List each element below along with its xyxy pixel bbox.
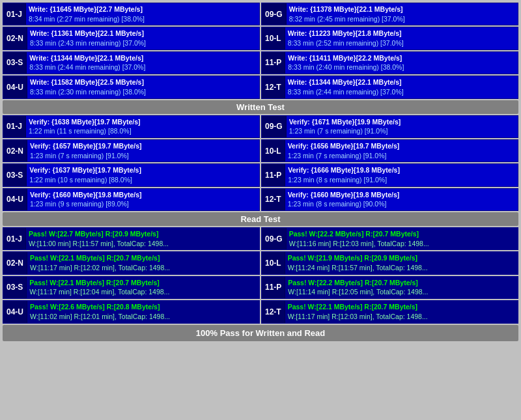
drive-03s-read-line2: W:[11:17 min] R:[12:04 min], TotalCap: 1… — [29, 287, 257, 297]
drive-01j-line1: Write: {11645 MByte}[22.7 MByte/s] — [29, 5, 257, 14]
verify-section: 01-J Verify: {1638 MByte}[19.7 MByte/s] … — [3, 115, 518, 212]
drive-01j-read-label: 01-J — [3, 228, 26, 249]
drive-09g-verify-line1: Verify: {1671 MByte}[19.9 MByte/s] — [289, 117, 515, 127]
drive-04u-label: 04-U — [3, 76, 27, 98]
drive-11p-write: 11-P Write: {11411 MByte}[22.2 MByte/s] … — [261, 51, 518, 74]
drive-10l-verify-line2: 1:23 min (7 s remaining) [91.0%] — [288, 151, 515, 161]
write-left-col: 01-J Write: {11645 MByte}[22.7 MByte/s] … — [3, 3, 260, 25]
drive-09g-line1: Write: {11378 MByte}[22.1 MByte/s] — [289, 5, 515, 14]
drive-12t-info: Write: {11344 MByte}[22.1 MByte/s] 8:33 … — [285, 76, 518, 98]
drive-04u-verify: 04-U Verify: {1660 MByte}[19.8 MByte/s] … — [3, 188, 260, 211]
drive-12t-verify-label: 12-T — [262, 189, 285, 210]
drive-01j-read-info: Pass! W:[22.7 MByte/s] R:[20.9 MByte/s] … — [26, 228, 259, 249]
drive-12t-write: 12-T Write: {11344 MByte}[22.1 MByte/s] … — [261, 76, 518, 98]
drive-11p-read-line2: W:[11:14 min] R:[12:05 min], TotalCap: 1… — [288, 287, 515, 297]
drive-03s-read-line1: Pass! W:[22.1 MByte/s] R:[20.7 MByte/s] — [29, 278, 257, 288]
drive-04u-verify-line1: Verify: {1660 MByte}[19.8 MByte/s] — [30, 190, 257, 200]
drive-01j-verify-line2: 1:22 min (11 s remaining) [88.0%] — [29, 126, 257, 136]
drive-01j-read-line2: W:[11:00 min] R:[11:57 min], TotalCap: 1… — [29, 239, 257, 249]
write-left-col-3: 03-S Write: {11344 MByte}[22.1 MByte/s] … — [3, 51, 260, 74]
drive-03s-verify-line1: Verify: {1637 MByte}[19.7 MByte/s] — [29, 165, 257, 175]
drive-04u-info: Write: {11582 MByte}[22.5 MByte/s] 8:33 … — [27, 76, 259, 98]
drive-10l-verify-info: Verify: {1656 MByte}[19.7 MByte/s] 1:23 … — [285, 140, 518, 161]
drive-03s-read-info: Pass! W:[22.1 MByte/s] R:[20.7 MByte/s] … — [27, 277, 259, 298]
drive-02n-read-label: 02-N — [3, 252, 27, 273]
verify-left-col-4: 04-U Verify: {1660 MByte}[19.8 MByte/s] … — [3, 188, 260, 211]
drive-09g-verify-label: 09-G — [262, 116, 287, 137]
verify-right-col-1: 09-G Verify: {1671 MByte}[19.9 MByte/s] … — [261, 115, 518, 138]
write-left-col-4: 04-U Write: {11582 MByte}[22.5 MByte/s] … — [3, 76, 260, 98]
drive-10l-read-line1: Pass! W:[21.9 MByte/s] R:[20.9 MByte/s] — [288, 253, 515, 263]
main-container: 01-J Write: {11645 MByte}[22.7 MByte/s] … — [0, 0, 521, 344]
write-right-col: 09-G Write: {11378 MByte}[22.1 MByte/s] … — [261, 3, 518, 25]
drive-03s-info: Write: {11344 MByte}[22.1 MByte/s] 8:33 … — [27, 52, 259, 74]
drive-11p-verify-info: Verify: {1666 MByte}[19.8 MByte/s] 1:23 … — [285, 164, 518, 186]
read-section: 01-J Pass! W:[22.7 MByte/s] R:[20.9 MByt… — [3, 227, 518, 324]
drive-04u-read-label: 04-U — [3, 301, 27, 322]
drive-12t-verify-info: Verify: {1660 MByte}[19.8 MByte/s] 1:23 … — [285, 189, 518, 210]
drive-12t-read-line2: W:[11:17 min] R:[12:03 min], TotalCap: 1… — [288, 312, 515, 322]
drive-09g-verify-info: Verify: {1671 MByte}[19.9 MByte/s] 1:23 … — [287, 116, 518, 137]
drive-02n-verify-line1: Verify: {1657 MByte}[19.7 MByte/s] — [30, 141, 257, 151]
drive-01j-info: Write: {11645 MByte}[22.7 MByte/s] 8:34 … — [26, 3, 259, 25]
drive-09g-verify: 09-G Verify: {1671 MByte}[19.9 MByte/s] … — [261, 115, 518, 138]
drive-04u-line1: Write: {11582 MByte}[22.5 MByte/s] — [30, 77, 257, 87]
drive-10l-read: 10-L Pass! W:[21.9 MByte/s] R:[20.9 MByt… — [261, 251, 518, 274]
drive-02n-read-info: Pass! W:[22.1 MByte/s] R:[20.7 MByte/s] … — [27, 252, 259, 273]
drive-02n-verify-info: Verify: {1657 MByte}[19.7 MByte/s] 1:23 … — [27, 140, 259, 161]
drive-01j-write: 01-J Write: {11645 MByte}[22.7 MByte/s] … — [3, 3, 260, 25]
drive-12t-verify: 12-T Verify: {1660 MByte}[19.8 MByte/s] … — [261, 188, 518, 211]
drive-02n-read-line1: Pass! W:[22.1 MByte/s] R:[20.7 MByte/s] — [30, 253, 257, 263]
drive-09g-line2: 8:32 min (2:45 min remaining) [37.0%] — [289, 14, 515, 24]
drive-02n-read: 02-N Pass! W:[22.1 MByte/s] R:[20.7 MByt… — [3, 251, 260, 274]
drive-01j-verify-info: Verify: {1638 MByte}[19.7 MByte/s] 1:22 … — [26, 116, 259, 137]
drive-02n-info: Write: {11361 MByte}[22.1 MByte/s] 8:33 … — [27, 27, 259, 49]
read-right-col-1: 09-G Pass! W:[22.2 MByte/s] R:[20.7 MByt… — [261, 227, 518, 250]
drive-12t-line2: 8:33 min (2:44 min remaining) [37.0%] — [288, 87, 515, 97]
drive-10l-verify: 10-L Verify: {1656 MByte}[19.7 MByte/s] … — [261, 139, 518, 162]
drive-01j-read: 01-J Pass! W:[22.7 MByte/s] R:[20.9 MByt… — [3, 227, 260, 250]
drive-02n-read-line2: W:[11:17 min] R:[12:02 min], TotalCap: 1… — [30, 263, 257, 273]
write-right-col-2: 10-L Write: {11223 MByte}[21.8 MByte/s] … — [261, 27, 518, 49]
drive-03s-read: 03-S Pass! W:[22.1 MByte/s] R:[20.7 MByt… — [3, 276, 260, 299]
drive-09g-write: 09-G Write: {11378 MByte}[22.1 MByte/s] … — [261, 3, 518, 25]
verify-left-col-3: 03-S Verify: {1637 MByte}[19.7 MByte/s] … — [3, 163, 260, 186]
written-test-header: Written Test — [3, 100, 518, 114]
drive-09g-read: 09-G Pass! W:[22.2 MByte/s] R:[20.7 MByt… — [261, 227, 518, 250]
verify-left-col-2: 02-N Verify: {1657 MByte}[19.7 MByte/s] … — [3, 139, 260, 162]
drive-11p-info: Write: {11411 MByte}[22.2 MByte/s] 8:33 … — [285, 52, 518, 74]
write-left-col-2: 02-N Write: {11361 MByte}[22.1 MByte/s] … — [3, 27, 260, 49]
drive-02n-verify-label: 02-N — [3, 140, 27, 161]
drive-10l-read-info: Pass! W:[21.9 MByte/s] R:[20.9 MByte/s] … — [285, 252, 518, 273]
drive-04u-read: 04-U Pass! W:[22.6 MByte/s] R:[20.8 MByt… — [3, 300, 260, 323]
drive-10l-verify-line1: Verify: {1656 MByte}[19.7 MByte/s] — [288, 141, 515, 151]
drive-11p-read-info: Pass! W:[22.2 MByte/s] R:[20.7 MByte/s] … — [285, 277, 518, 298]
drive-11p-verify-label: 11-P — [262, 164, 285, 186]
drive-11p-verify-line1: Verify: {1666 MByte}[19.8 MByte/s] — [288, 165, 515, 175]
read-left-col-1: 01-J Pass! W:[22.7 MByte/s] R:[20.9 MByt… — [3, 227, 260, 250]
drive-12t-read-label: 12-T — [262, 301, 285, 322]
drive-10l-read-label: 10-L — [262, 252, 285, 273]
drive-10l-read-line2: W:[11:24 min] R:[11:57 min], TotalCap: 1… — [288, 263, 515, 273]
drive-04u-verify-label: 04-U — [3, 189, 27, 210]
verify-right-col-2: 10-L Verify: {1656 MByte}[19.7 MByte/s] … — [261, 139, 518, 162]
drive-10l-line2: 8:33 min (2:52 min remaining) [37.0%] — [288, 38, 515, 48]
drive-09g-read-line2: W:[11:16 min] R:[12:03 min], TotalCap: 1… — [289, 239, 515, 249]
verify-right-col-4: 12-T Verify: {1660 MByte}[19.8 MByte/s] … — [261, 188, 518, 211]
drive-03s-label: 03-S — [3, 52, 27, 74]
write-right-col-3: 11-P Write: {11411 MByte}[22.2 MByte/s] … — [261, 51, 518, 74]
drive-09g-read-info: Pass! W:[22.2 MByte/s] R:[20.7 MByte/s] … — [287, 228, 518, 249]
drive-03s-read-label: 03-S — [3, 277, 27, 298]
drive-10l-label: 10-L — [262, 27, 285, 49]
drive-04u-line2: 8:33 min (2:30 min remaining) [38.0%] — [30, 87, 257, 97]
drive-02n-verify-line2: 1:23 min (7 s remaining) [91.0%] — [30, 151, 257, 161]
drive-12t-verify-line1: Verify: {1660 MByte}[19.8 MByte/s] — [288, 190, 515, 200]
verify-left-col-1: 01-J Verify: {1638 MByte}[19.7 MByte/s] … — [3, 115, 260, 138]
drive-01j-verify-line1: Verify: {1638 MByte}[19.7 MByte/s] — [29, 117, 257, 127]
drive-10l-line1: Write: {11223 MByte}[21.8 MByte/s] — [288, 29, 515, 38]
drive-03s-write: 03-S Write: {11344 MByte}[22.1 MByte/s] … — [3, 51, 260, 74]
read-grid: 01-J Pass! W:[22.7 MByte/s] R:[20.9 MByt… — [3, 227, 518, 324]
drive-02n-line2: 8:33 min (2:43 min remaining) [37.0%] — [30, 38, 257, 48]
drive-12t-read-info: Pass! W:[22.1 MByte/s] R:[20.7 MByte/s] … — [285, 301, 518, 322]
write-section: 01-J Write: {11645 MByte}[22.7 MByte/s] … — [3, 3, 518, 99]
